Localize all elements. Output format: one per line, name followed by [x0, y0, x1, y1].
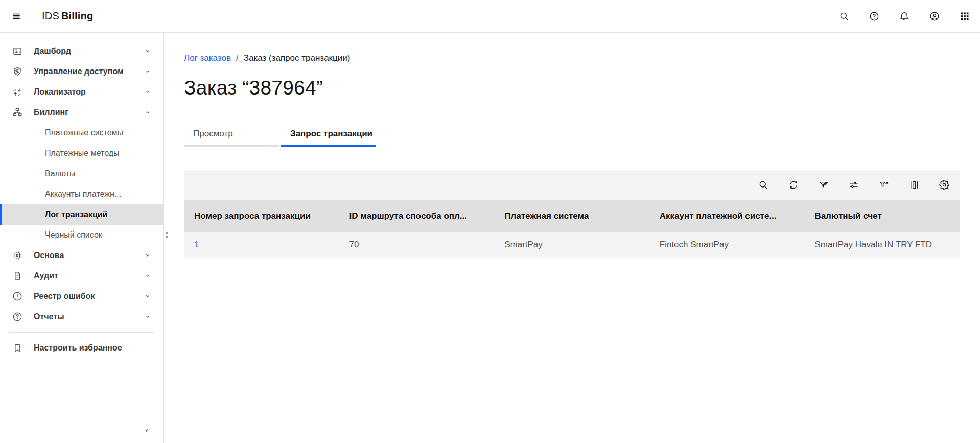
transaction-request-link[interactable]: 1	[194, 240, 199, 249]
sidebar-item-dashboard[interactable]: Дашборд	[0, 41, 163, 61]
settings-adjust-icon	[849, 180, 859, 190]
sidebar-subitem-currencies[interactable]: Валюты	[0, 164, 163, 184]
sidebar-subitem-blacklist[interactable]: Черный список	[0, 225, 163, 245]
filter-edit-icon	[819, 180, 829, 190]
tab-view[interactable]: Просмотр	[184, 122, 279, 147]
cell-transaction-request-number: 1	[184, 232, 339, 258]
product-title: Billing	[61, 10, 94, 21]
sidebar-item-label: Локализатор	[34, 87, 144, 97]
hamburger-menu-icon	[11, 11, 21, 21]
column-header-payment-method-route-id[interactable]: ID маршрута способа опл...	[339, 200, 495, 232]
cell-payment-method-route-id: 70	[339, 232, 495, 258]
table-header-row: Номер запроса транзакции ID маршрута спо…	[184, 200, 960, 232]
table-filter-edit-button[interactable]	[811, 173, 836, 197]
sidebar-item-label: Настроить избранное	[34, 343, 152, 353]
table-row: 1 70 SmartPay Fintech SmartPay SmartPay …	[184, 232, 960, 258]
bell-icon	[899, 11, 909, 21]
tab-label: Запрос транзакции	[290, 129, 372, 139]
tabs: Просмотр Запрос транзакции	[184, 122, 960, 147]
chevron-down-icon	[144, 313, 152, 321]
column-header-payment-system[interactable]: Платежная система	[494, 200, 649, 232]
main-content: Лог заказов / Заказ (запрос транзакции) …	[164, 33, 980, 443]
page-title: Заказ “387964”	[184, 77, 960, 99]
help-circle-icon	[12, 312, 22, 322]
app-switcher-icon	[960, 11, 970, 21]
help-button[interactable]	[862, 4, 886, 29]
sidebar-item-audit[interactable]: Аудит	[0, 266, 163, 286]
app-header: IDSBilling	[0, 0, 980, 33]
sidebar-subitem-transaction-log[interactable]: Лог транзакций	[0, 204, 163, 225]
sidebar-subitem-label: Черный список	[45, 230, 102, 240]
user-avatar-icon	[929, 11, 940, 21]
filter-remove-icon	[879, 180, 889, 190]
search-icon	[839, 11, 849, 21]
column-header-transaction-request-number[interactable]: Номер запроса транзакции	[184, 200, 339, 232]
sidebar-subitem-label: Аккаунты платежн...	[45, 190, 121, 199]
svg-text:z: z	[18, 92, 20, 97]
chevron-up-icon	[144, 108, 152, 116]
header-actions	[832, 4, 980, 29]
sidebar-item-billing[interactable]: Биллинг	[0, 102, 163, 123]
refresh-icon	[788, 180, 799, 190]
search-button[interactable]	[832, 4, 856, 29]
table-settings-button[interactable]	[932, 173, 956, 197]
table-search-button[interactable]	[751, 173, 776, 197]
chevron-down-icon	[144, 292, 152, 300]
sidebar-resize-handle[interactable]	[165, 232, 169, 242]
sidebar-item-access-management[interactable]: Управление доступом	[0, 61, 163, 82]
breadcrumb-link-order-log[interactable]: Лог заказов	[184, 53, 231, 63]
dashboard-icon	[12, 46, 22, 56]
sidebar-item-label: Биллинг	[34, 108, 144, 117]
sidebar-item-label: Основа	[34, 251, 144, 260]
product-name: IDSBilling	[42, 10, 93, 22]
app-switcher-button[interactable]	[952, 4, 977, 29]
chevron-down-icon	[144, 47, 152, 55]
sidebar-subitem-label: Платежные методы	[45, 149, 120, 158]
sidebar-subitem-label: Валюты	[45, 169, 75, 178]
sidebar-item-label: Реестр ошибок	[34, 292, 144, 301]
sidebar-subitem-label: Платежные системы	[45, 128, 123, 137]
sidebar-item-error-registry[interactable]: Реестр ошибок	[0, 286, 163, 307]
table-column-chooser-button[interactable]	[902, 173, 926, 197]
transaction-request-table: Номер запроса транзакции ID маршрута спо…	[184, 170, 960, 258]
help-icon	[869, 11, 879, 21]
document-icon	[12, 271, 22, 281]
svg-text:a: a	[13, 87, 16, 92]
sidebar-subitem-payment-systems[interactable]: Платежные системы	[0, 123, 163, 143]
chip-icon	[12, 250, 22, 261]
sidebar-divider	[9, 332, 155, 333]
notifications-button[interactable]	[892, 4, 917, 29]
sidebar-item-label: Аудит	[34, 271, 144, 281]
chevron-down-icon	[144, 272, 152, 280]
chevron-down-icon	[144, 88, 152, 96]
translate-az-icon: a z	[12, 87, 22, 97]
tab-transaction-request[interactable]: Запрос транзакции	[281, 122, 376, 147]
sidebar-collapse-button[interactable]	[134, 421, 159, 441]
column-chooser-icon	[909, 180, 919, 190]
menu-button[interactable]	[4, 4, 29, 29]
product-prefix: IDS	[42, 10, 59, 21]
cell-payment-system-account: Fintech SmartPay	[649, 232, 805, 258]
cell-currency-account: SmartPay Havale IN TRY FTD	[804, 232, 960, 258]
sidebar-item-core[interactable]: Основа	[0, 245, 163, 266]
chevron-down-icon	[144, 67, 152, 76]
table-filter-remove-button[interactable]	[872, 173, 896, 197]
sidebar-item-localizer[interactable]: a z Локализатор	[0, 82, 163, 102]
sidebar-subitem-payment-methods[interactable]: Платежные методы	[0, 143, 163, 164]
chevron-left-icon	[143, 427, 151, 435]
table-settings-adjust-button[interactable]	[842, 173, 866, 197]
sidebar-item-reports[interactable]: Отчеты	[0, 307, 163, 327]
sidebar-item-label: Управление доступом	[34, 67, 144, 76]
settings-gear-icon	[939, 180, 949, 190]
breadcrumb: Лог заказов / Заказ (запрос транзакции)	[184, 53, 960, 63]
tab-label: Просмотр	[193, 129, 233, 139]
column-header-payment-system-account[interactable]: Аккаунт платежной систе...	[649, 200, 805, 232]
breadcrumb-separator: /	[236, 53, 239, 63]
column-header-currency-account[interactable]: Валютный счет	[804, 200, 960, 232]
user-button[interactable]	[922, 4, 947, 29]
data-table: Номер запроса транзакции ID маршрута спо…	[184, 200, 960, 258]
sidebar-subitem-label: Лог транзакций	[45, 210, 107, 219]
sidebar-item-configure-favorites[interactable]: Настроить избранное	[0, 338, 163, 358]
sidebar-subitem-payment-accounts[interactable]: Аккаунты платежн...	[0, 184, 163, 204]
table-refresh-button[interactable]	[781, 173, 806, 197]
